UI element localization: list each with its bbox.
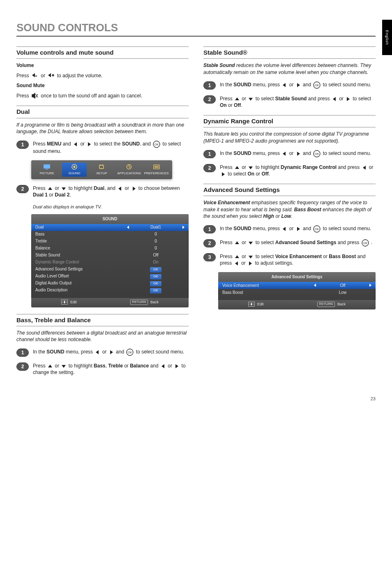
svg-rect-3	[46, 169, 48, 170]
osd-row-value: Off	[127, 252, 184, 258]
sound-osd: SOUND DualDual1Bass0Treble0Balance0Stabl…	[31, 214, 189, 307]
svg-text:OK: OK	[315, 228, 319, 231]
stable-intro: Stable Sound reduces the volume level di…	[203, 62, 376, 75]
left-arrow-icon	[95, 350, 100, 355]
osd-row[interactable]: Balance0	[31, 245, 189, 252]
osd-row-label: Digital Audio Output	[35, 280, 127, 286]
adv-step2: Press or to select Advanced Sound Settin…	[220, 239, 376, 247]
left-arrow-icon	[362, 165, 367, 170]
down-arrow-icon	[248, 254, 253, 259]
right-arrow-icon	[346, 97, 350, 102]
right-arrow-icon	[221, 172, 226, 177]
down-arrow-icon	[248, 240, 253, 245]
step-badge-2: 2	[203, 95, 216, 104]
btb-step2: Press or to highlight Bass, Treble or Ba…	[33, 363, 189, 376]
prefs-icon	[152, 164, 161, 170]
side-tab: English	[382, 20, 392, 55]
osd-row-label: Advanced Sound Settings	[35, 266, 127, 272]
osd-row-label: Treble	[35, 238, 127, 244]
mute-paragraph: Press once to turn the sound off and aga…	[16, 92, 189, 99]
stable-step2: Press or to select Stable Sound and pres…	[220, 95, 376, 109]
left-arrow-icon	[161, 364, 166, 369]
osd-footer-edit: Edit	[257, 302, 264, 307]
left-arrow-icon	[73, 142, 78, 147]
step-badge-1: 1	[203, 150, 216, 158]
dual-intro: If a programme or film is being broadcas…	[16, 122, 189, 135]
left-arrow-icon	[332, 97, 337, 102]
osd-row-value: OK	[127, 280, 184, 286]
osd-row[interactable]: Voice EnhancementOff	[218, 282, 376, 289]
osd-row-label: Balance	[35, 245, 127, 251]
osd-row[interactable]: Dynamic Range ControlOn	[31, 259, 189, 266]
left-arrow-icon	[282, 151, 287, 156]
step-badge-2: 2	[16, 363, 29, 371]
ribbon-apps[interactable]: APPLICATIONS	[117, 163, 142, 177]
osd-row[interactable]: Bass BoostLow	[218, 289, 376, 296]
section-btb: Bass, Treble and Balance	[16, 314, 189, 326]
osd-row-value: On	[127, 259, 184, 265]
right-arrow-icon	[296, 226, 301, 231]
osd-row-label: Bass	[35, 231, 127, 237]
ok-icon: OK	[313, 225, 321, 233]
step-badge-2: 2	[16, 185, 29, 193]
ok-icon: OK	[126, 349, 134, 356]
osd-row[interactable]: Treble0	[31, 238, 189, 245]
svg-text:OK: OK	[315, 84, 319, 87]
ribbon-sound[interactable]: SOUND	[62, 163, 87, 177]
ribbon-item-label: PICTURE	[40, 171, 54, 176]
section-drc: Dynamic Range Control	[203, 115, 376, 127]
osd-title: SOUND	[31, 214, 189, 224]
ok-icon: OK	[153, 141, 160, 148]
apps-icon	[125, 164, 133, 170]
up-arrow-icon	[235, 165, 240, 170]
dual-step1: Press MENU and or to select the SOUND. a…	[33, 141, 189, 155]
section-stable: Stable Sound®	[203, 46, 376, 59]
setup-icon	[97, 164, 106, 170]
osd-row-value: Off	[314, 283, 371, 289]
right-arrow-icon	[131, 186, 136, 191]
osd-row[interactable]: DualDual1	[31, 224, 189, 231]
ribbon-prefs[interactable]: PREFERENCES	[144, 163, 169, 177]
drc-intro: This feature lets you control the compre…	[203, 131, 376, 144]
osd-row[interactable]: Bass0	[31, 231, 189, 238]
osd-row-value: OK	[127, 273, 184, 279]
adv-step3: Press or to select Voice Enhancement or …	[220, 253, 376, 266]
ok-icon: OK	[313, 81, 321, 89]
ribbon-picture[interactable]: PICTURE	[35, 163, 60, 177]
osd-row-value: 0	[127, 245, 184, 251]
osd-row-label: Audio Description	[35, 287, 127, 293]
section-dual: Dual	[16, 106, 189, 118]
osd-row[interactable]: Digital Audio OutputOK	[31, 280, 189, 287]
osd-row-value: OK	[127, 287, 184, 293]
stable-step1: In the SOUND menu, press or and OK to se…	[220, 81, 376, 89]
edit-icon	[248, 302, 255, 307]
step-badge-3: 3	[203, 253, 216, 261]
osd-row[interactable]: Audio Level OffsetOK	[31, 273, 189, 280]
vol-up-icon	[47, 72, 55, 79]
svg-point-10	[64, 301, 65, 303]
osd-footer-back: Back	[337, 302, 346, 307]
svg-point-5	[73, 166, 75, 168]
svg-text:OK: OK	[363, 242, 367, 245]
osd-row[interactable]: Stable SoundOff	[31, 252, 189, 259]
picture-icon	[43, 164, 51, 170]
osd-row[interactable]: Advanced Sound SettingsOK	[31, 266, 189, 273]
svg-rect-6	[99, 165, 104, 169]
up-arrow-icon	[48, 186, 53, 191]
left-arrow-icon	[118, 186, 122, 191]
adv-step1: In the SOUND menu, press or and OK to se…	[220, 225, 376, 233]
osd-footer-edit: Edit	[70, 300, 77, 305]
ribbon-item-label: SOUND	[68, 171, 80, 176]
ribbon-setup[interactable]: SETUP	[89, 163, 114, 177]
dual-step2: Press or to highlight Dual, and or to ch…	[33, 185, 189, 198]
section-volume-mute: Volume controls and mute sound	[16, 46, 189, 59]
left-arrow-icon	[282, 83, 287, 88]
dual-note: Dual also displays in analogue TV.	[33, 204, 189, 210]
down-arrow-icon	[61, 186, 66, 191]
svg-text:OK: OK	[128, 351, 132, 354]
osd-row-label: Audio Level Offset	[35, 273, 127, 279]
page-title: SOUND CONTROLS	[16, 21, 376, 37]
down-arrow-icon	[61, 364, 66, 369]
osd-row[interactable]: Audio DescriptionOK	[31, 287, 189, 294]
down-arrow-icon	[248, 165, 253, 170]
